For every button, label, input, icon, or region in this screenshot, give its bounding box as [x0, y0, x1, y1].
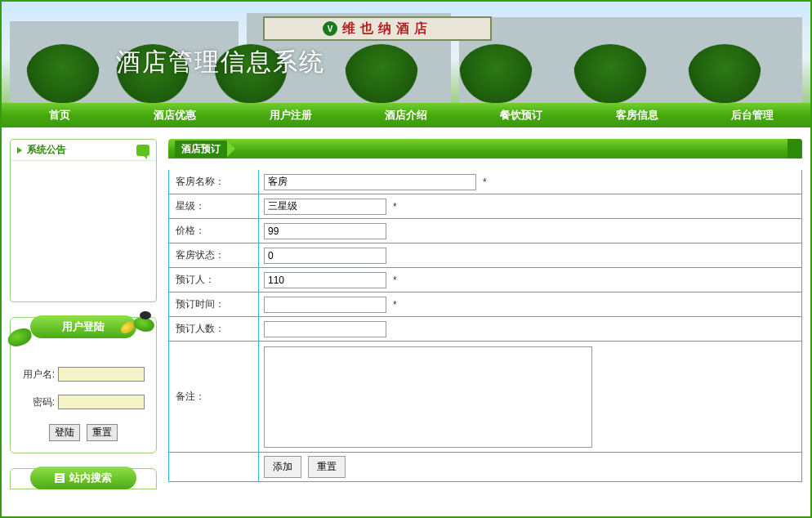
login-button[interactable]: 登陆 — [49, 424, 80, 441]
required-mark: * — [393, 299, 397, 310]
status-label: 客房状态： — [169, 243, 259, 267]
announce-panel: 系统公告 — [10, 139, 157, 302]
hotel-logo-icon: V — [323, 21, 337, 36]
nav-admin[interactable]: 后台管理 — [695, 108, 810, 123]
nav-deals[interactable]: 酒店优惠 — [117, 108, 232, 123]
book-time-label: 预订时间： — [169, 292, 259, 316]
page-root: V 维也纳酒店 酒店管理信息系统 首页 酒店优惠 用户注册 酒店介绍 餐饮预订 … — [0, 0, 812, 518]
username-input[interactable] — [58, 367, 145, 382]
status-input[interactable] — [264, 248, 386, 264]
booker-input[interactable] — [264, 272, 386, 288]
butterfly-icon — [140, 311, 151, 319]
password-input[interactable] — [58, 395, 145, 409]
main-nav: 首页 酒店优惠 用户注册 酒店介绍 餐饮预订 客房信息 后台管理 — [2, 103, 810, 127]
booking-form: 客房名称： * 星级： * 价格： — [168, 170, 802, 482]
book-count-input[interactable] — [264, 321, 386, 337]
room-name-input[interactable] — [264, 174, 476, 190]
login-panel: 用户登陆 用户名: 密码: 登陆 重置 — [10, 317, 157, 453]
document-icon — [55, 473, 65, 483]
required-mark: * — [393, 201, 397, 212]
hotel-sign: V 维也纳酒店 — [263, 16, 492, 41]
add-button[interactable]: 添加 — [264, 456, 301, 478]
sidebar: 系统公告 用户登陆 用户名: — [10, 139, 157, 516]
book-time-input[interactable] — [264, 297, 386, 313]
star-input[interactable] — [264, 199, 386, 215]
nav-intro[interactable]: 酒店介绍 — [348, 108, 463, 123]
hotel-sign-text: 维也纳酒店 — [342, 20, 432, 38]
banner: V 维也纳酒店 酒店管理信息系统 — [2, 2, 810, 103]
username-label: 用户名: — [22, 368, 55, 382]
login-reset-button[interactable]: 重置 — [87, 424, 118, 441]
nav-home[interactable]: 首页 — [2, 108, 117, 123]
nav-rooms[interactable]: 客房信息 — [579, 108, 694, 123]
main-content: 酒店预订 客房名称： * 星级： * — [168, 139, 802, 516]
remark-textarea[interactable] — [264, 346, 592, 448]
required-mark: * — [483, 176, 487, 188]
room-name-label: 客房名称： — [169, 170, 259, 194]
nav-register[interactable]: 用户注册 — [233, 108, 348, 123]
search-panel: 站内搜索 — [10, 468, 157, 489]
required-mark: * — [393, 275, 397, 286]
nav-dining[interactable]: 餐饮预订 — [464, 108, 579, 123]
star-label: 星级： — [169, 194, 259, 218]
announce-title: 系统公告 — [27, 143, 66, 157]
system-title: 酒店管理信息系统 — [116, 46, 325, 79]
form-reset-button[interactable]: 重置 — [308, 456, 346, 478]
book-count-label: 预订人数： — [169, 317, 259, 341]
price-input[interactable] — [264, 223, 386, 239]
search-title-text: 站内搜索 — [69, 471, 112, 485]
remark-label: 备注： — [169, 342, 259, 452]
arrow-right-icon — [17, 147, 22, 154]
main-title: 酒店预订 — [175, 141, 227, 158]
price-label: 价格： — [169, 219, 259, 243]
password-label: 密码: — [22, 395, 55, 409]
speech-bubble-icon — [136, 145, 149, 156]
main-header: 酒店预订 — [168, 139, 802, 159]
search-title: 站内搜索 — [30, 467, 136, 489]
booker-label: 预订人： — [169, 268, 259, 292]
